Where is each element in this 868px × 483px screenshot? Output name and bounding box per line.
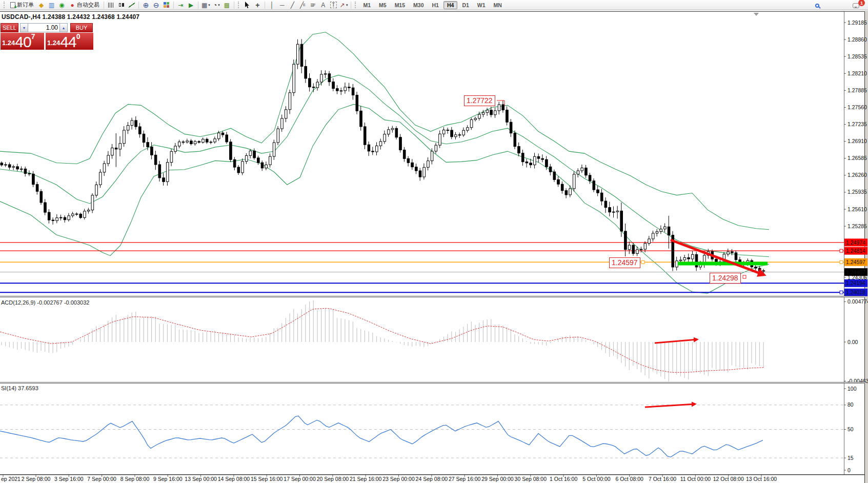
timeframe-m30[interactable]: M30 <box>410 1 427 9</box>
separator <box>198 2 198 9</box>
search-icon[interactable] <box>814 1 823 10</box>
fibonacci-icon[interactable]: ≡F <box>308 1 318 9</box>
vertical-line-icon[interactable]: │ <box>267 1 277 9</box>
bar-chart-icon[interactable] <box>106 1 116 9</box>
price-callout-1.27722[interactable]: 1.27722 <box>464 95 495 106</box>
main-pane[interactable] <box>0 32 844 294</box>
chat-icon[interactable]: 1 <box>851 1 861 10</box>
crosshair-icon[interactable]: + <box>253 1 263 9</box>
object-handle[interactable] <box>840 260 843 264</box>
volume-increase-button[interactable]: ▲ <box>59 23 68 32</box>
one-click-trading-panel: SELL ▼ ▲ BUY 1.24407 1.24440 <box>1 23 93 50</box>
macd-pane[interactable] <box>0 300 764 381</box>
chart-dropdown-arrow[interactable] <box>754 13 759 16</box>
auto-scroll-icon[interactable]: ▶ <box>186 1 196 9</box>
trendline-icon[interactable]: ╱ <box>288 1 297 9</box>
candle <box>383 134 386 142</box>
timeframe-mn[interactable]: MN <box>490 1 506 9</box>
timeframe-d1[interactable]: D1 <box>458 1 472 9</box>
toolbar-grip[interactable] <box>4 2 6 8</box>
price-axis[interactable]: 1.291851.288601.285351.282101.278851.275… <box>844 19 867 296</box>
price-callout-1.24298[interactable]: 1.24298 <box>710 273 741 284</box>
sell-button[interactable]: SELL <box>1 23 18 32</box>
candle <box>577 171 579 174</box>
arrows-tool-icon[interactable]: ↗▾ <box>339 1 349 9</box>
templates-icon[interactable]: ▩ <box>222 1 232 9</box>
object-handle[interactable] <box>840 291 843 294</box>
rsi-axis[interactable]: 1008050150 <box>844 386 857 473</box>
macd-red-arrow[interactable] <box>655 339 697 343</box>
chart-canvas[interactable]: 1.291851.288601.285351.282101.278851.275… <box>0 0 868 483</box>
candle <box>1 163 3 165</box>
candle <box>589 175 591 181</box>
price-label: 1.24974 <box>846 239 865 246</box>
auto-trading-button[interactable]: ● 自动交易 <box>67 1 102 9</box>
tile-windows-icon[interactable] <box>162 1 171 9</box>
toolbar-grip[interactable] <box>355 2 357 8</box>
pane-splitter-macd[interactable] <box>0 296 865 297</box>
timeframe-h4[interactable]: H4 <box>443 1 457 9</box>
candle <box>218 133 220 139</box>
time-axis[interactable]: ep 20212 Sep 08:003 Sep 16:007 Sep 00:00… <box>0 475 865 482</box>
timeframe-h1[interactable]: H1 <box>429 1 442 9</box>
candle <box>44 203 47 212</box>
cursor-icon[interactable] <box>243 1 252 9</box>
zoom-out-icon[interactable]: ⊖ <box>151 1 161 9</box>
text-tool-icon[interactable]: A <box>318 1 328 9</box>
buy-price-button[interactable]: 1.24440 <box>46 33 93 50</box>
candle <box>143 134 145 142</box>
horizontal-line-icon[interactable]: ─ <box>277 1 287 9</box>
buy-price-big: 44 <box>60 34 76 49</box>
candle <box>324 74 327 74</box>
rsi-pane[interactable] <box>0 404 844 458</box>
candle <box>309 78 311 87</box>
candle <box>241 162 244 173</box>
price-callout-1.24597[interactable]: 1.24597 <box>609 257 640 268</box>
candle <box>581 168 583 171</box>
candle <box>79 214 82 217</box>
object-handle[interactable] <box>840 249 843 252</box>
timeframe-m15[interactable]: M15 <box>391 1 409 9</box>
new-order-button[interactable]: + 新订单 <box>8 1 36 9</box>
new-order-label: 新订单 <box>17 1 34 9</box>
toolbar: + 新订单 ◆ ▥ ◉ ● 自动交易 ⊕ ⊖ ⇥ ▶ ▦▾ ◔▾ ▩ + │ ─… <box>0 0 868 10</box>
candle <box>178 142 181 146</box>
object-handle[interactable] <box>641 260 644 264</box>
time-tick: 5 Oct 00:00 <box>582 476 610 482</box>
volume-decrease-button[interactable]: ▼ <box>20 23 28 32</box>
candle <box>174 146 177 151</box>
market-window-icon[interactable]: ▥ <box>47 1 56 9</box>
label-tool-icon[interactable]: T <box>329 1 338 9</box>
rsi-axis-tick: 100 <box>847 386 857 392</box>
gold-icon[interactable]: ◆ <box>36 1 46 9</box>
sell-price-button[interactable]: 1.24407 <box>1 33 44 50</box>
new-chart-icon[interactable]: ▦▾ <box>200 1 211 9</box>
line-chart-icon[interactable] <box>127 1 136 9</box>
candle <box>289 93 291 110</box>
price-tick: 1.28535 <box>847 53 867 59</box>
candlestick-chart-icon[interactable] <box>116 1 126 9</box>
buy-button[interactable]: BUY <box>70 23 93 32</box>
candle <box>119 144 122 149</box>
periods-clock-icon[interactable]: ◔▾ <box>212 1 221 9</box>
channel-icon[interactable]: ╱E <box>298 1 308 9</box>
rsi-axis-tick: 15 <box>847 455 854 461</box>
signals-icon[interactable]: ◉ <box>57 1 67 9</box>
candle <box>490 110 493 115</box>
object-handle[interactable] <box>743 275 746 278</box>
candle <box>265 165 268 168</box>
candle <box>486 110 489 113</box>
candle <box>28 173 31 174</box>
chart-shift-icon[interactable]: ⇥ <box>176 1 186 9</box>
timeframe-m5[interactable]: M5 <box>375 1 390 9</box>
pane-splitter-rsi[interactable] <box>0 382 865 384</box>
toolbar-grip[interactable] <box>238 2 240 8</box>
volume-input[interactable] <box>28 23 59 32</box>
timeframe-m1[interactable]: M1 <box>359 1 374 9</box>
sell-price-sup: 7 <box>31 33 35 40</box>
macd-axis[interactable]: 0.0047740.00-0.004637 <box>844 298 868 384</box>
timeframe-w1[interactable]: W1 <box>474 1 489 9</box>
candle <box>640 249 642 250</box>
rsi-red-arrow[interactable] <box>645 404 695 407</box>
zoom-in-icon[interactable]: ⊕ <box>141 1 151 9</box>
